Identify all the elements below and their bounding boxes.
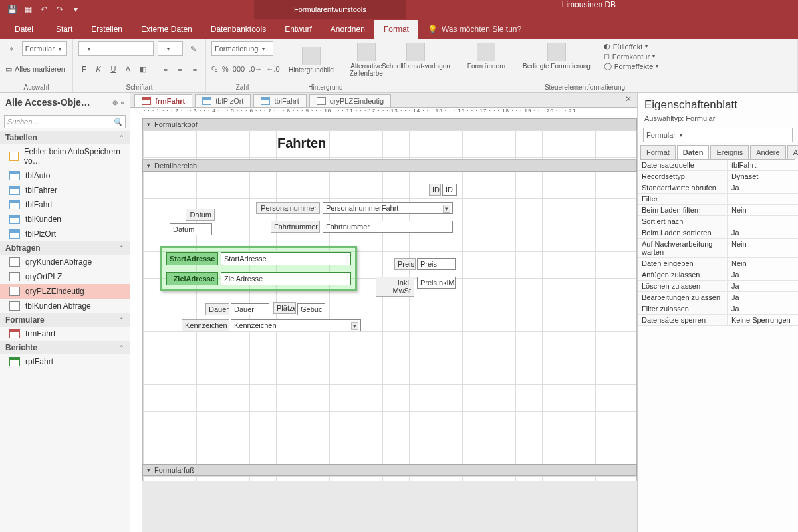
horizontal-ruler[interactable]: · · · 1 · · · 2 · · · 3 · · · 4 · · · 5 … — [130, 108, 637, 118]
label-preis[interactable]: Preis — [394, 258, 416, 270]
nav-item[interactable]: qryOrtPLZ — [0, 269, 130, 284]
nav-item[interactable]: tblFahrer — [0, 183, 130, 198]
property-row[interactable]: Beim Laden filternNein — [638, 205, 798, 216]
label-id[interactable]: ID — [429, 184, 441, 196]
inc-decimal-button[interactable]: .0→ — [249, 62, 262, 76]
section-detail-bar[interactable]: ▾Detailbereich — [142, 160, 637, 172]
font-color-button[interactable]: A — [122, 62, 133, 76]
label-datum[interactable]: Datum — [186, 209, 215, 221]
nav-item[interactable]: tblKunden — [0, 212, 130, 227]
property-row[interactable]: DatensatzquelletblFahrt — [638, 160, 798, 171]
property-object-combo[interactable]: Formular▾ — [643, 128, 793, 142]
font-size-combo[interactable]: ▾ — [158, 41, 183, 56]
select-object-icon[interactable]: ⌖ — [5, 41, 18, 56]
shape-outline-button[interactable]: ◻Formkontur▾ — [604, 51, 659, 61]
tab-start[interactable]: Start — [47, 20, 82, 39]
nav-cat-queries[interactable]: Abfragen⌃ — [0, 241, 130, 255]
property-row[interactable]: Filter zulassenJa — [638, 303, 798, 315]
nav-item[interactable]: rptFahrt — [0, 354, 130, 369]
property-tab[interactable]: Daten — [677, 145, 710, 159]
document-tab[interactable]: frmFahrt — [134, 94, 192, 107]
textbox-inkl[interactable]: PreisInklM — [417, 277, 456, 289]
property-value[interactable] — [728, 194, 798, 204]
form-footer-section[interactable] — [142, 476, 637, 481]
property-value[interactable]: Nein — [728, 205, 798, 215]
bold-button[interactable]: F — [78, 62, 89, 76]
label-kennzeichen[interactable]: Kennzeichen — [182, 319, 229, 331]
nav-cat-tables[interactable]: Tabellen⌃ — [0, 131, 130, 144]
nav-item[interactable]: qryPLZEindeutig — [0, 284, 130, 299]
print-icon[interactable]: ▦ — [23, 4, 33, 15]
selection-combo[interactable]: Formular▾ — [22, 41, 67, 56]
textbox-gebucht[interactable]: Gebuc — [297, 303, 325, 315]
label-zieladresse[interactable]: ZielAdresse — [166, 272, 218, 285]
undo-icon[interactable]: ↶ — [39, 4, 49, 15]
label-startadresse[interactable]: StartAdresse — [166, 252, 218, 265]
tell-me-search[interactable]: 💡 Was möchten Sie tun? — [418, 20, 531, 39]
property-tab[interactable]: Andere — [750, 145, 785, 159]
property-row[interactable]: Filter — [638, 194, 798, 205]
nav-search-input[interactable]: Suchen… 🔍 — [4, 115, 126, 128]
form-title-label[interactable]: Fahrten — [277, 136, 326, 151]
tab-design[interactable]: Entwurf — [275, 20, 321, 39]
property-value[interactable]: Ja — [728, 303, 798, 314]
nav-cat-reports[interactable]: Berichte⌃ — [0, 341, 130, 354]
label-plaetze[interactable]: Plätze — [273, 302, 296, 314]
form-design-canvas[interactable]: ▾Formularkopf Fahrten ▾Detailbereich ID … — [130, 118, 637, 532]
section-footer-bar[interactable]: ▾Formularfuß — [142, 464, 637, 476]
property-value[interactable]: Ja — [728, 292, 798, 303]
nav-item[interactable]: tblFahrt — [0, 198, 130, 212]
textbox-id[interactable]: ID — [442, 184, 457, 196]
nav-collapse-icon[interactable]: « — [120, 99, 124, 106]
underline-button[interactable]: U — [108, 62, 118, 76]
property-row[interactable]: Beim Laden sortierenJa — [638, 227, 798, 239]
fill-color-button[interactable]: ◧ — [138, 62, 148, 76]
close-tab-button[interactable]: ✕ — [625, 94, 632, 104]
property-value[interactable]: Nein — [728, 258, 798, 269]
format-painter-icon[interactable]: ✎ — [187, 41, 201, 56]
nav-header[interactable]: Alle Access-Obje… ⊙« — [0, 93, 130, 112]
align-left-button[interactable]: ≡ — [160, 62, 171, 76]
property-row[interactable]: Anfügen zulassenJa — [638, 269, 798, 281]
document-tab[interactable]: qryPLZEindeutig — [309, 94, 391, 107]
tab-create[interactable]: Erstellen — [82, 20, 132, 39]
tab-external[interactable]: Externe Daten — [132, 20, 201, 39]
nav-error-item[interactable]: Fehler beim AutoSpeichern vo… — [0, 144, 130, 168]
property-tab[interactable]: Alle — [787, 145, 798, 159]
property-row[interactable]: Standardwerte abrufenJa — [638, 182, 798, 194]
textbox-dauer[interactable]: Dauer — [231, 303, 269, 315]
section-header-bar[interactable]: ▾Formularkopf — [142, 118, 637, 130]
property-row[interactable]: Löschen zulassenJa — [638, 281, 798, 292]
property-value[interactable]: Ja — [728, 269, 798, 280]
select-all-button[interactable]: ▭ Alles markieren — [5, 65, 67, 74]
form-detail-section[interactable]: ID ID Personalnummer PersonalnummerFahrt… — [142, 172, 637, 464]
change-shape-button[interactable]: Form ändern — [464, 41, 509, 71]
label-inkl[interactable]: Inkl. MwSt — [376, 277, 414, 297]
label-personal[interactable]: Personalnummer — [256, 202, 320, 214]
nav-item[interactable]: tblKunden Abfrage — [0, 299, 130, 313]
nav-item[interactable]: tblPlzOrt — [0, 227, 130, 241]
property-value[interactable]: Keine Sperrungen — [728, 315, 798, 325]
shape-fill-button[interactable]: ◐Fülleffekt▾ — [604, 41, 659, 51]
property-tab[interactable]: Ereignis — [710, 145, 749, 159]
currency-button[interactable]: ₠ — [211, 62, 218, 76]
textbox-datum[interactable]: Datum — [170, 223, 212, 235]
document-tab[interactable]: tblPlzOrt — [195, 94, 251, 107]
redo-icon[interactable]: ↷ — [55, 4, 65, 15]
conditional-formatting-button[interactable]: Bedingte Formatierung — [519, 41, 595, 71]
property-tab[interactable]: Format — [640, 145, 676, 159]
quick-styles-button[interactable]: Schnellformat-vorlagen — [378, 41, 454, 71]
form-header-section[interactable]: Fahrten — [142, 130, 637, 160]
background-image-button[interactable]: Hintergrundbild — [285, 45, 338, 75]
property-value[interactable]: Ja — [728, 227, 798, 238]
property-row[interactable]: Sortiert nach — [638, 216, 798, 227]
save-icon[interactable]: 💾 — [7, 4, 17, 15]
percent-button[interactable]: % — [222, 62, 229, 76]
qat-more-icon[interactable]: ▾ — [70, 4, 81, 15]
property-row[interactable]: Daten eingebenNein — [638, 258, 798, 269]
property-value[interactable]: Dynaset — [728, 171, 798, 182]
nav-item[interactable]: tblAuto — [0, 168, 130, 183]
property-row[interactable]: RecordsettypDynaset — [638, 171, 798, 182]
nav-dropdown-icon[interactable]: ⊙ — [112, 99, 118, 106]
combobox-kennzeichen[interactable]: Kennzeichen — [231, 319, 361, 331]
